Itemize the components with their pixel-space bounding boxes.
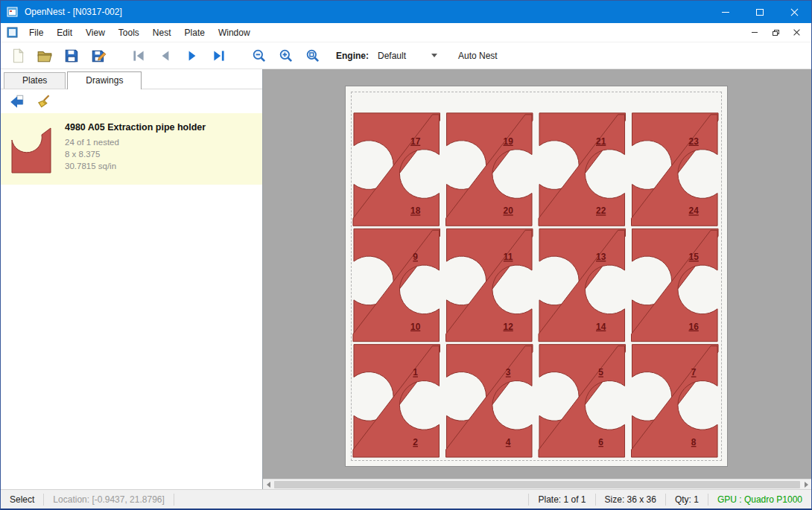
menu-plate[interactable]: Plate xyxy=(178,25,212,41)
save-button[interactable] xyxy=(60,45,83,67)
engine-selected-value: Default xyxy=(378,51,431,61)
titlebar: OpenNest - [N0317-002] xyxy=(1,1,811,23)
broom-icon xyxy=(36,93,52,109)
nest-pair[interactable]: 1314 xyxy=(539,229,626,341)
last-arrow-icon xyxy=(211,48,227,64)
nest-pair[interactable]: 1718 xyxy=(353,113,440,226)
part-number: 3 xyxy=(506,367,511,377)
status-gpu: GPU : Quadro P1000 xyxy=(708,494,811,505)
part-number: 7 xyxy=(691,367,697,377)
app-window: OpenNest - [N0317-002] File Edit View To… xyxy=(0,0,812,510)
scroll-left-arrow-icon[interactable] xyxy=(263,479,273,490)
drawing-area: 30.7815 sq/in xyxy=(65,160,206,172)
nest-pair[interactable]: 56 xyxy=(539,345,626,457)
nest-canvas[interactable]: 171819202122232491011121314151612345678 xyxy=(263,69,811,489)
part-number: 19 xyxy=(504,136,514,147)
part-number: 24 xyxy=(689,205,700,216)
close-button[interactable] xyxy=(777,1,811,23)
part-number: 4 xyxy=(506,437,511,447)
nest-pair[interactable]: 2324 xyxy=(632,113,719,226)
drawing-list-item[interactable]: 4980 A05 Extraction pipe holder 24 of 1 … xyxy=(1,113,262,185)
drawing-nested-count: 24 of 1 nested xyxy=(65,136,206,148)
part-number: 15 xyxy=(689,252,700,262)
menu-nest[interactable]: Nest xyxy=(146,25,178,41)
menu-window[interactable]: Window xyxy=(212,25,257,41)
status-plate: Plate: 1 of 1 xyxy=(529,494,594,505)
blue-arrow-icon xyxy=(9,93,25,109)
mdi-close-button[interactable] xyxy=(786,25,807,40)
chevron-down-icon xyxy=(431,54,437,57)
mdi-minimize-icon xyxy=(752,32,758,33)
new-button[interactable] xyxy=(7,45,29,67)
minimize-button[interactable] xyxy=(708,1,743,23)
part-thumbnail xyxy=(10,121,54,176)
mdi-document-icon[interactable] xyxy=(7,27,18,38)
menu-file[interactable]: File xyxy=(22,25,50,41)
auto-nest-button[interactable]: Auto Nest xyxy=(452,47,504,65)
nest-drawing: 171819202122232491011121314151612345678 xyxy=(346,86,727,466)
clear-broom-button[interactable] xyxy=(34,92,54,111)
nest-pair[interactable]: 2122 xyxy=(539,113,626,226)
part-number: 18 xyxy=(410,205,421,216)
nest-pair[interactable]: 1112 xyxy=(445,229,533,341)
part-number: 12 xyxy=(504,322,514,332)
part-number: 10 xyxy=(410,322,421,332)
status-separator xyxy=(174,494,174,506)
engine-label: Engine: xyxy=(336,51,369,61)
mdi-close-icon xyxy=(793,29,800,36)
next-arrow-icon xyxy=(184,48,200,64)
zoom-in-icon xyxy=(278,48,294,64)
part-number: 14 xyxy=(596,322,606,332)
part-number: 9 xyxy=(413,252,418,262)
part-number: 23 xyxy=(689,136,700,147)
zoom-fit-button[interactable] xyxy=(302,45,324,67)
nest-pair[interactable]: 12 xyxy=(353,345,440,457)
nest-pair[interactable]: 78 xyxy=(632,345,719,457)
mdi-minimize-button[interactable] xyxy=(744,25,765,40)
zoom-fit-icon xyxy=(305,48,321,64)
mdi-window-controls xyxy=(744,25,807,40)
save-as-button[interactable] xyxy=(87,45,110,67)
part-number: 2 xyxy=(413,437,418,447)
zoom-in-button[interactable] xyxy=(275,45,297,67)
part-number: 5 xyxy=(598,367,603,377)
nest-pair[interactable]: 1920 xyxy=(445,113,533,226)
new-document-icon xyxy=(10,48,26,64)
replace-drawing-button[interactable] xyxy=(7,92,28,111)
menu-tools[interactable]: Tools xyxy=(112,25,146,41)
zoom-out-button[interactable] xyxy=(248,45,270,67)
menu-edit[interactable]: Edit xyxy=(50,25,79,41)
maximize-button[interactable] xyxy=(743,1,777,23)
mdi-restore-button[interactable] xyxy=(765,25,786,40)
horizontal-scrollbar-thumb[interactable] xyxy=(274,481,800,488)
save-as-icon xyxy=(90,48,107,64)
window-title: OpenNest - [N0317-002] xyxy=(25,7,122,17)
drawing-meta: 4980 A05 Extraction pipe holder 24 of 1 … xyxy=(65,121,206,176)
close-icon xyxy=(790,8,799,16)
part-number: 13 xyxy=(596,252,606,262)
open-button[interactable] xyxy=(34,45,56,67)
first-plate-button[interactable] xyxy=(127,45,150,67)
part-number: 17 xyxy=(410,136,421,147)
next-plate-button[interactable] xyxy=(181,45,203,67)
nest-pair[interactable]: 34 xyxy=(445,345,533,457)
panel-tabstrip: Plates Drawings xyxy=(1,69,262,89)
part-number: 8 xyxy=(691,437,697,447)
drawing-dimensions: 8 x 8.375 xyxy=(65,148,206,160)
tab-drawings[interactable]: Drawings xyxy=(67,71,142,89)
main-toolbar: Engine: Default Auto Nest xyxy=(1,42,811,69)
last-plate-button[interactable] xyxy=(208,45,230,67)
plate[interactable]: 171819202122232491011121314151612345678 xyxy=(345,86,728,467)
part-number: 21 xyxy=(596,136,606,147)
tab-plates[interactable]: Plates xyxy=(4,72,66,89)
horizontal-scrollbar[interactable] xyxy=(263,479,811,489)
scroll-right-arrow-icon[interactable] xyxy=(801,479,811,490)
menu-view[interactable]: View xyxy=(79,25,112,41)
mdi-restore-icon xyxy=(773,30,779,36)
nest-pair[interactable]: 910 xyxy=(353,229,440,341)
nest-pair[interactable]: 1516 xyxy=(632,229,719,341)
panel-toolbar xyxy=(1,89,262,113)
previous-plate-button[interactable] xyxy=(154,45,177,67)
engine-select[interactable]: Default xyxy=(373,47,442,65)
status-qty: Qty: 1 xyxy=(666,494,708,505)
